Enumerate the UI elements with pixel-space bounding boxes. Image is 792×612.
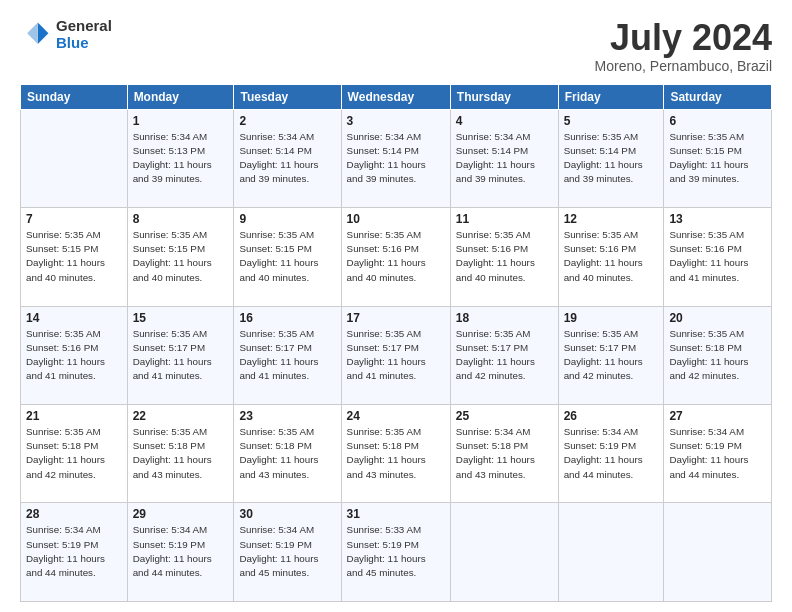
calendar-cell: 3Sunrise: 5:34 AM Sunset: 5:14 PM Daylig… xyxy=(341,109,450,207)
day-number: 19 xyxy=(564,311,659,325)
calendar-cell: 21Sunrise: 5:35 AM Sunset: 5:18 PM Dayli… xyxy=(21,405,128,503)
week-row-3: 14Sunrise: 5:35 AM Sunset: 5:16 PM Dayli… xyxy=(21,306,772,404)
day-number: 5 xyxy=(564,114,659,128)
calendar-cell: 10Sunrise: 5:35 AM Sunset: 5:16 PM Dayli… xyxy=(341,208,450,306)
logo-text: General Blue xyxy=(56,18,112,51)
day-number: 21 xyxy=(26,409,122,423)
day-number: 25 xyxy=(456,409,553,423)
header: General Blue July 2024 Moreno, Pernambuc… xyxy=(20,18,772,74)
calendar-cell: 8Sunrise: 5:35 AM Sunset: 5:15 PM Daylig… xyxy=(127,208,234,306)
cell-info: Sunrise: 5:33 AM Sunset: 5:19 PM Dayligh… xyxy=(347,523,445,580)
cell-info: Sunrise: 5:34 AM Sunset: 5:13 PM Dayligh… xyxy=(133,130,229,187)
logo: General Blue xyxy=(20,18,112,51)
week-row-5: 28Sunrise: 5:34 AM Sunset: 5:19 PM Dayli… xyxy=(21,503,772,602)
cell-info: Sunrise: 5:35 AM Sunset: 5:15 PM Dayligh… xyxy=(26,228,122,285)
page: General Blue July 2024 Moreno, Pernambuc… xyxy=(0,0,792,612)
day-number: 12 xyxy=(564,212,659,226)
calendar-cell: 22Sunrise: 5:35 AM Sunset: 5:18 PM Dayli… xyxy=(127,405,234,503)
day-number: 10 xyxy=(347,212,445,226)
day-number: 13 xyxy=(669,212,766,226)
cell-info: Sunrise: 5:35 AM Sunset: 5:17 PM Dayligh… xyxy=(239,327,335,384)
day-number: 7 xyxy=(26,212,122,226)
calendar-cell: 19Sunrise: 5:35 AM Sunset: 5:17 PM Dayli… xyxy=(558,306,664,404)
svg-marker-0 xyxy=(38,22,49,43)
cell-info: Sunrise: 5:34 AM Sunset: 5:18 PM Dayligh… xyxy=(456,425,553,482)
day-number: 11 xyxy=(456,212,553,226)
calendar-cell xyxy=(450,503,558,602)
cell-info: Sunrise: 5:35 AM Sunset: 5:17 PM Dayligh… xyxy=(133,327,229,384)
calendar-cell: 18Sunrise: 5:35 AM Sunset: 5:17 PM Dayli… xyxy=(450,306,558,404)
day-number: 1 xyxy=(133,114,229,128)
cell-info: Sunrise: 5:35 AM Sunset: 5:16 PM Dayligh… xyxy=(669,228,766,285)
cell-info: Sunrise: 5:35 AM Sunset: 5:18 PM Dayligh… xyxy=(347,425,445,482)
calendar-cell: 31Sunrise: 5:33 AM Sunset: 5:19 PM Dayli… xyxy=(341,503,450,602)
calendar-cell: 13Sunrise: 5:35 AM Sunset: 5:16 PM Dayli… xyxy=(664,208,772,306)
calendar-cell: 26Sunrise: 5:34 AM Sunset: 5:19 PM Dayli… xyxy=(558,405,664,503)
day-number: 4 xyxy=(456,114,553,128)
day-number: 14 xyxy=(26,311,122,325)
cell-info: Sunrise: 5:35 AM Sunset: 5:17 PM Dayligh… xyxy=(456,327,553,384)
day-number: 18 xyxy=(456,311,553,325)
day-number: 6 xyxy=(669,114,766,128)
col-header-wednesday: Wednesday xyxy=(341,84,450,109)
cell-info: Sunrise: 5:35 AM Sunset: 5:16 PM Dayligh… xyxy=(26,327,122,384)
col-header-friday: Friday xyxy=(558,84,664,109)
day-number: 24 xyxy=(347,409,445,423)
day-number: 31 xyxy=(347,507,445,521)
calendar-cell: 7Sunrise: 5:35 AM Sunset: 5:15 PM Daylig… xyxy=(21,208,128,306)
title-area: July 2024 Moreno, Pernambuco, Brazil xyxy=(595,18,772,74)
calendar-cell: 28Sunrise: 5:34 AM Sunset: 5:19 PM Dayli… xyxy=(21,503,128,602)
calendar-cell: 23Sunrise: 5:35 AM Sunset: 5:18 PM Dayli… xyxy=(234,405,341,503)
day-number: 30 xyxy=(239,507,335,521)
cell-info: Sunrise: 5:35 AM Sunset: 5:15 PM Dayligh… xyxy=(669,130,766,187)
day-number: 15 xyxy=(133,311,229,325)
day-number: 22 xyxy=(133,409,229,423)
col-header-monday: Monday xyxy=(127,84,234,109)
cell-info: Sunrise: 5:34 AM Sunset: 5:14 PM Dayligh… xyxy=(239,130,335,187)
calendar-cell: 29Sunrise: 5:34 AM Sunset: 5:19 PM Dayli… xyxy=(127,503,234,602)
header-row: SundayMondayTuesdayWednesdayThursdayFrid… xyxy=(21,84,772,109)
calendar-cell xyxy=(558,503,664,602)
day-number: 23 xyxy=(239,409,335,423)
day-number: 16 xyxy=(239,311,335,325)
day-number: 8 xyxy=(133,212,229,226)
day-number: 20 xyxy=(669,311,766,325)
cell-info: Sunrise: 5:35 AM Sunset: 5:16 PM Dayligh… xyxy=(347,228,445,285)
calendar-cell: 30Sunrise: 5:34 AM Sunset: 5:19 PM Dayli… xyxy=(234,503,341,602)
calendar-cell: 27Sunrise: 5:34 AM Sunset: 5:19 PM Dayli… xyxy=(664,405,772,503)
location: Moreno, Pernambuco, Brazil xyxy=(595,58,772,74)
calendar-cell: 2Sunrise: 5:34 AM Sunset: 5:14 PM Daylig… xyxy=(234,109,341,207)
col-header-saturday: Saturday xyxy=(664,84,772,109)
calendar-cell: 4Sunrise: 5:34 AM Sunset: 5:14 PM Daylig… xyxy=(450,109,558,207)
calendar-cell: 24Sunrise: 5:35 AM Sunset: 5:18 PM Dayli… xyxy=(341,405,450,503)
cell-info: Sunrise: 5:35 AM Sunset: 5:14 PM Dayligh… xyxy=(564,130,659,187)
calendar-cell xyxy=(664,503,772,602)
week-row-2: 7Sunrise: 5:35 AM Sunset: 5:15 PM Daylig… xyxy=(21,208,772,306)
cell-info: Sunrise: 5:35 AM Sunset: 5:16 PM Dayligh… xyxy=(564,228,659,285)
cell-info: Sunrise: 5:34 AM Sunset: 5:14 PM Dayligh… xyxy=(456,130,553,187)
cell-info: Sunrise: 5:34 AM Sunset: 5:19 PM Dayligh… xyxy=(133,523,229,580)
day-number: 27 xyxy=(669,409,766,423)
day-number: 17 xyxy=(347,311,445,325)
week-row-4: 21Sunrise: 5:35 AM Sunset: 5:18 PM Dayli… xyxy=(21,405,772,503)
day-number: 28 xyxy=(26,507,122,521)
calendar-cell: 20Sunrise: 5:35 AM Sunset: 5:18 PM Dayli… xyxy=(664,306,772,404)
calendar-cell: 1Sunrise: 5:34 AM Sunset: 5:13 PM Daylig… xyxy=(127,109,234,207)
svg-marker-1 xyxy=(27,22,38,43)
cell-info: Sunrise: 5:35 AM Sunset: 5:18 PM Dayligh… xyxy=(26,425,122,482)
day-number: 29 xyxy=(133,507,229,521)
cell-info: Sunrise: 5:35 AM Sunset: 5:15 PM Dayligh… xyxy=(239,228,335,285)
calendar-cell xyxy=(21,109,128,207)
cell-info: Sunrise: 5:35 AM Sunset: 5:17 PM Dayligh… xyxy=(347,327,445,384)
col-header-sunday: Sunday xyxy=(21,84,128,109)
cell-info: Sunrise: 5:34 AM Sunset: 5:19 PM Dayligh… xyxy=(26,523,122,580)
cell-info: Sunrise: 5:35 AM Sunset: 5:17 PM Dayligh… xyxy=(564,327,659,384)
col-header-tuesday: Tuesday xyxy=(234,84,341,109)
logo-blue-text: Blue xyxy=(56,35,112,52)
cell-info: Sunrise: 5:35 AM Sunset: 5:18 PM Dayligh… xyxy=(133,425,229,482)
calendar-cell: 11Sunrise: 5:35 AM Sunset: 5:16 PM Dayli… xyxy=(450,208,558,306)
calendar-table: SundayMondayTuesdayWednesdayThursdayFrid… xyxy=(20,84,772,602)
day-number: 26 xyxy=(564,409,659,423)
calendar-cell: 5Sunrise: 5:35 AM Sunset: 5:14 PM Daylig… xyxy=(558,109,664,207)
cell-info: Sunrise: 5:35 AM Sunset: 5:15 PM Dayligh… xyxy=(133,228,229,285)
